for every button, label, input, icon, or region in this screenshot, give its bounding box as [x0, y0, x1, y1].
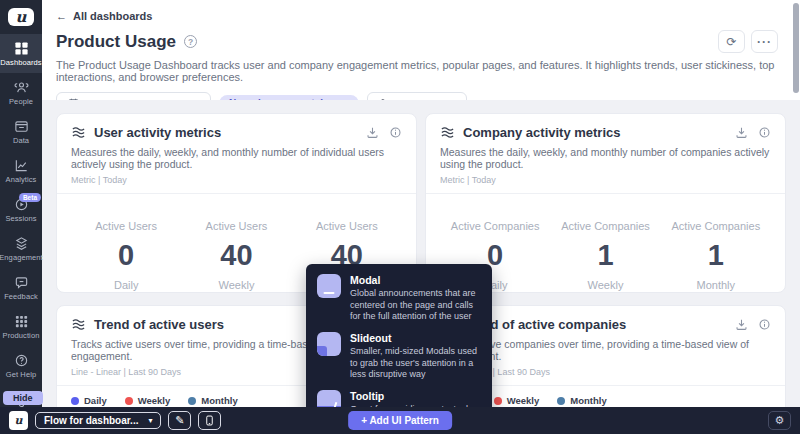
flow-selector-label: Flow for dashboar...	[44, 415, 138, 426]
popup-item-title: Slideout	[350, 332, 481, 344]
slideout-icon	[317, 332, 341, 356]
legend-weekly[interactable]: Weekly	[125, 395, 171, 406]
card-meta: Metric | Today	[440, 175, 771, 185]
card-description: Measures the daily, weekly, and monthly …	[440, 146, 771, 170]
stat-label: Active Users	[181, 220, 291, 232]
legend-dot	[125, 397, 133, 405]
card-description: Measures the daily, weekly, and monthly …	[71, 146, 402, 170]
stat-value: 0	[71, 239, 181, 272]
sidebar-item-label: People	[9, 97, 33, 106]
legend-daily[interactable]: Daily	[71, 395, 107, 406]
popup-item-slideout[interactable]: Slideout Smaller, mid-sized Modals used …	[317, 332, 481, 381]
logo-letter: u	[16, 8, 27, 26]
sidebar-item-dashboards[interactable]: Dashboards	[0, 34, 42, 73]
stat-label: Active Companies	[440, 220, 550, 232]
stat-weekly: Active Companies 1 Weekly	[550, 220, 660, 291]
get-help-icon	[14, 353, 29, 368]
stat-label: Active Users	[292, 220, 402, 232]
sidebar-item-people[interactable]: People	[0, 73, 42, 112]
sidebar-item-feedback[interactable]: Feedback	[0, 268, 42, 307]
sidebar-item-get-help[interactable]: Get Help	[0, 346, 42, 385]
divider	[426, 193, 785, 194]
beta-badge: Beta	[19, 193, 41, 202]
sidebar-item-label: Sessions	[5, 214, 36, 223]
modal-icon	[317, 274, 341, 298]
scrollbar-thumb[interactable]	[793, 3, 799, 93]
stat-period: Weekly	[181, 279, 291, 291]
info-icon[interactable]	[758, 318, 771, 331]
builder-settings-button[interactable]: ⚙	[768, 411, 791, 430]
metric-waves-icon	[71, 125, 86, 140]
add-ui-pattern-button[interactable]: + Add UI Pattern	[348, 411, 452, 430]
engagement-icon	[14, 236, 29, 251]
download-icon[interactable]	[735, 126, 748, 139]
sidebar-item-production[interactable]: Production	[0, 307, 42, 346]
legend-weekly[interactable]: Weekly	[494, 395, 540, 406]
card-meta: Metric | Today	[71, 175, 402, 185]
legend-monthly[interactable]: Monthly	[557, 395, 606, 406]
info-icon[interactable]	[758, 126, 771, 139]
sidebar-item-engagement[interactable]: Engagement	[0, 229, 42, 268]
analytics-icon	[14, 158, 29, 173]
builder-bottom-bar: u Flow for dashboar... ▾ ✎ + Add UI Patt…	[0, 407, 800, 434]
popup-item-title: Tooltip	[350, 390, 481, 402]
main-area: ← All dashboards Product Usage ? ⟳ ··· T…	[42, 0, 800, 407]
more-options-button[interactable]: ···	[751, 30, 778, 53]
sidebar-item-analytics[interactable]: Analytics	[0, 151, 42, 190]
help-icon[interactable]: ?	[184, 35, 197, 48]
legend-dot	[188, 397, 196, 405]
flow-selector[interactable]: Flow for dashboar... ▾	[35, 412, 161, 429]
refresh-icon: ⟳	[726, 35, 736, 49]
legend-monthly[interactable]: Monthly	[188, 395, 237, 406]
download-icon[interactable]	[735, 318, 748, 331]
sidebar-item-label: Feedback	[4, 292, 38, 301]
stat-value: 1	[550, 239, 660, 272]
legend-dot	[557, 397, 565, 405]
back-link[interactable]: ← All dashboards	[56, 10, 152, 22]
mobile-icon	[204, 414, 215, 427]
stat-daily: Active Users 0 Daily	[71, 220, 181, 291]
gear-icon: ⚙	[775, 414, 785, 427]
info-icon[interactable]	[389, 126, 402, 139]
dashboards-icon	[14, 41, 29, 56]
production-icon	[14, 314, 29, 329]
refresh-button[interactable]: ⟳	[718, 30, 745, 53]
sidebar-item-data[interactable]: Data	[0, 112, 42, 151]
metric-waves-icon	[71, 317, 86, 332]
stat-monthly: Active Companies 1 Monthly	[661, 220, 771, 291]
stat-value: 40	[181, 239, 291, 272]
legend-dot	[71, 397, 79, 405]
popup-item-description: Smaller, mid-sized Modals used to grab t…	[350, 346, 481, 381]
sidebar-item-label: Dashboards	[0, 58, 41, 67]
stat-period: Daily	[71, 279, 181, 291]
popup-item-description: Global announcements that are centered o…	[350, 288, 481, 323]
card-title: Trend of active users	[94, 317, 224, 332]
data-icon	[14, 119, 29, 134]
back-arrow-icon: ←	[56, 10, 67, 22]
page-title: Product Usage	[56, 32, 176, 52]
stat-weekly: Active Users 40 Weekly	[181, 220, 291, 291]
stat-label: Active Companies	[661, 220, 771, 232]
userpilot-logo[interactable]: u	[8, 8, 34, 26]
card-title: User activity metrics	[94, 125, 221, 140]
edit-button[interactable]: ✎	[168, 411, 191, 430]
people-icon	[14, 80, 29, 95]
popup-item-title: Modal	[350, 274, 481, 286]
page-header: ← All dashboards Product Usage ? ⟳ ··· T…	[42, 0, 800, 100]
sidebar-item-label: Engagement	[0, 253, 43, 262]
sidebar: u Dashboards People Data Analytics Beta …	[0, 0, 42, 407]
legend-dot	[494, 397, 502, 405]
stat-value: 1	[661, 239, 771, 272]
card-title: Company activity metrics	[463, 125, 621, 140]
chevron-down-icon: ▾	[148, 416, 152, 425]
stat-period: Weekly	[550, 279, 660, 291]
popup-item-modal[interactable]: Modal Global announcements that are cent…	[317, 274, 481, 323]
download-icon[interactable]	[366, 126, 379, 139]
metric-waves-icon	[440, 125, 455, 140]
mobile-preview-button[interactable]	[198, 411, 221, 430]
sidebar-item-sessions[interactable]: Beta Sessions	[0, 190, 42, 229]
divider	[57, 193, 416, 194]
hide-sidebar-button[interactable]: Hide	[3, 391, 43, 405]
back-label: All dashboards	[73, 10, 152, 22]
stat-label: Active Users	[71, 220, 181, 232]
